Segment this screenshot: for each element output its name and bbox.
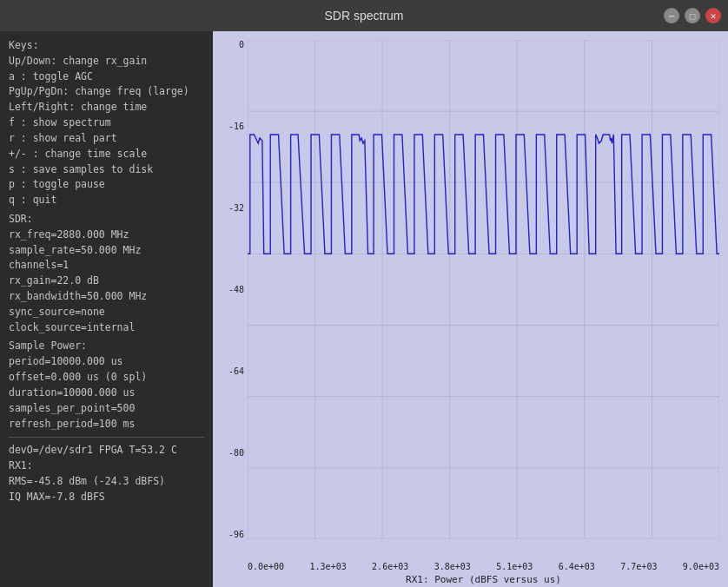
minimize-button[interactable]: – bbox=[664, 8, 679, 23]
x-label-3800: 3.8e+03 bbox=[434, 562, 471, 571]
x-label-5100: 5.1e+03 bbox=[496, 562, 533, 571]
sdr-sample-rate: sample_rate=50.000 MHz bbox=[9, 243, 204, 259]
y-label-96: -96 bbox=[228, 530, 244, 539]
sample-power-section: Sample Power: period=10000.000 us offset… bbox=[9, 339, 204, 432]
y-label-16: -16 bbox=[228, 122, 244, 131]
key-leftright: Left/Right: change time bbox=[9, 100, 204, 115]
x-label-7700: 7.7e+03 bbox=[620, 562, 657, 571]
y-label-0: 0 bbox=[239, 40, 244, 49]
rx1-rms: RMS=-45.8 dBm (-24.3 dBFS) bbox=[9, 474, 204, 490]
sdr-sync-source: sync_source=none bbox=[9, 305, 204, 320]
sdr-header: SDR: bbox=[9, 212, 204, 228]
key-updown: Up/Down: change rx_gain bbox=[9, 54, 204, 69]
key-p: p : toggle pause bbox=[9, 177, 204, 193]
key-s: s : save samples to disk bbox=[9, 162, 204, 178]
sp-period: period=10000.000 us bbox=[9, 354, 204, 370]
sdr-channels: channels=1 bbox=[9, 258, 204, 274]
sp-offset: offset=0.000 us (0 spl) bbox=[9, 370, 204, 386]
window-controls: – □ ✕ bbox=[664, 8, 721, 23]
y-label-80: -80 bbox=[228, 448, 244, 458]
key-pgupdn: PgUp/PgDn: change freq (large) bbox=[9, 84, 204, 100]
sample-power-header: Sample Power: bbox=[9, 339, 204, 354]
y-axis: 0 -16 -32 -48 -64 -80 -96 bbox=[213, 40, 248, 539]
maximize-button[interactable]: □ bbox=[685, 8, 700, 23]
device-section: devO=/dev/sdr1 FPGA T=53.2 C RX1: RMS=-4… bbox=[9, 443, 204, 505]
x-label-1300: 1.3e+03 bbox=[310, 562, 347, 571]
sdr-rx-bandwidth: rx_bandwidth=50.000 MHz bbox=[9, 289, 204, 305]
x-label-9000: 9.0e+03 bbox=[683, 562, 719, 571]
sdr-section: SDR: rx_freq=2880.000 MHz sample_rate=50… bbox=[9, 212, 204, 336]
chart-svg bbox=[248, 40, 719, 539]
key-agc: a : toggle AGC bbox=[9, 69, 204, 85]
x-label-6400: 6.4e+03 bbox=[559, 562, 595, 571]
title-bar: SDR spectrum – □ ✕ bbox=[0, 0, 728, 31]
signal-waveform bbox=[248, 135, 719, 254]
sp-refresh-period: refresh_period=100 ms bbox=[9, 417, 204, 432]
sdr-rx-gain: rx_gain=22.0 dB bbox=[9, 274, 204, 289]
close-button[interactable]: ✕ bbox=[705, 8, 721, 23]
keys-section: Keys: Up/Down: change rx_gain a : toggle… bbox=[9, 38, 204, 208]
y-label-64: -64 bbox=[228, 366, 244, 376]
main-area: Keys: Up/Down: change rx_gain a : toggle… bbox=[0, 31, 728, 587]
sp-duration: duration=10000.000 us bbox=[9, 386, 204, 401]
y-label-48: -48 bbox=[228, 285, 244, 294]
sidebar: Keys: Up/Down: change rx_gain a : toggle… bbox=[0, 31, 213, 587]
x-label-2600: 2.6e+03 bbox=[372, 562, 408, 571]
sp-samples-per-point: samples_per_point=500 bbox=[9, 401, 204, 417]
window-title: SDR spectrum bbox=[324, 9, 403, 23]
x-axis: 0.0e+00 1.3e+03 2.6e+03 3.8e+03 5.1e+03 … bbox=[248, 562, 719, 571]
key-f: f : show spectrum bbox=[9, 115, 204, 131]
keys-header: Keys: bbox=[9, 38, 204, 54]
key-plusminus: +/- : change time scale bbox=[9, 147, 204, 162]
divider bbox=[9, 437, 204, 438]
rx1-header: RX1: bbox=[9, 458, 204, 474]
key-q: q : quit bbox=[9, 193, 204, 208]
sdr-rx-freq: rx_freq=2880.000 MHz bbox=[9, 228, 204, 243]
key-r: r : show real part bbox=[9, 131, 204, 147]
chart-plot-area bbox=[248, 40, 719, 539]
sdr-clock-source: clock_source=internal bbox=[9, 320, 204, 336]
rx1-iq-max: IQ MAX=-7.8 dBFS bbox=[9, 490, 204, 505]
x-label-0: 0.0e+00 bbox=[248, 562, 284, 571]
x-axis-title: RX1: Power (dBFS versus us) bbox=[248, 574, 719, 585]
device-line: devO=/dev/sdr1 FPGA T=53.2 C bbox=[9, 443, 204, 458]
chart-area: 0 -16 -32 -48 -64 -80 -96 bbox=[213, 31, 728, 587]
y-label-32: -32 bbox=[228, 203, 244, 213]
